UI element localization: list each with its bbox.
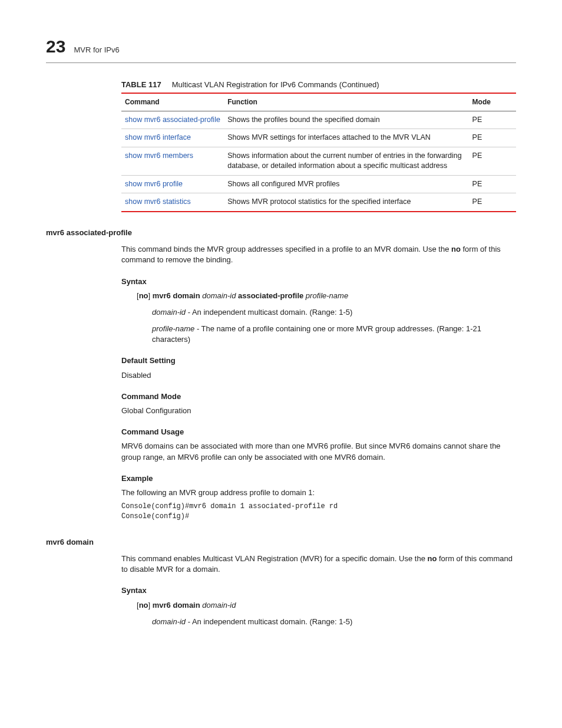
table-row: show mvr6 members Shows information abou… (121, 147, 516, 175)
table-row: show mvr6 associated-profile Shows the p… (121, 111, 516, 129)
command-mode-text: Global Configuration (121, 406, 516, 416)
table-row: show mvr6 profile Shows all configured M… (121, 175, 516, 193)
table-header-row: Command Function Mode (121, 93, 516, 111)
function-cell: Shows all configured MVR profiles (224, 175, 468, 193)
command-link[interactable]: show mvr6 members (125, 151, 193, 160)
th-mode: Mode (469, 93, 516, 111)
param-description: profile-name - The name of a profile con… (152, 324, 516, 345)
param-text: - An independent multicast domain. (Rang… (186, 617, 352, 626)
mode-cell: PE (469, 111, 516, 129)
example-code: Console(config)#mvr6 domain 1 associated… (121, 502, 516, 522)
command-link[interactable]: show mvr6 profile (125, 180, 183, 188)
table-block: TABLE 117 Multicast VLAN Registration fo… (121, 80, 516, 212)
mode-cell: PE (469, 147, 516, 175)
section-description: This command binds the MVR group address… (121, 244, 516, 265)
text-bold: no (451, 245, 461, 253)
param-name: profile-name (152, 324, 194, 333)
mode-cell: PE (469, 193, 516, 212)
th-command: Command (121, 93, 224, 111)
param-description: domain-id - An independent multicast dom… (152, 617, 516, 627)
text-bold: no (139, 291, 148, 300)
chapter-number: 23 (46, 34, 65, 59)
param-description: domain-id - An independent multicast dom… (152, 307, 516, 318)
text-bold: mvr6 domain (153, 601, 203, 610)
param-text: - The name of a profile containing one o… (152, 324, 481, 344)
th-function: Function (224, 93, 468, 111)
syntax-heading: Syntax (121, 585, 516, 596)
command-usage-text: MRV6 domains can be associated with more… (121, 441, 516, 462)
text-bold: mvr6 domain (153, 291, 203, 300)
function-cell: Shows the profiles bound the specified d… (224, 111, 468, 129)
table-row: show mvr6 interface Shows MVR settings f… (121, 129, 516, 147)
text-bold: associated-profile (236, 291, 305, 300)
example-intro: The following an MVR group address profi… (121, 487, 516, 498)
text: This command binds the MVR group address… (121, 245, 451, 253)
command-link[interactable]: show mvr6 interface (125, 133, 191, 141)
table-row: show mvr6 statistics Shows MVR protocol … (121, 193, 516, 212)
function-cell: Shows information about the current numb… (224, 147, 468, 175)
command-mode-heading: Command Mode (121, 391, 516, 402)
text-italic: domain-id (202, 291, 236, 300)
default-setting-text: Disabled (121, 370, 516, 381)
text: This command enables Multicast VLAN Regi… (121, 554, 427, 563)
command-link[interactable]: show mvr6 statistics (125, 197, 191, 206)
text: ] (148, 601, 153, 610)
chapter-title: MVR for IPv6 (74, 45, 119, 55)
syntax-line: [no] mvr6 domain domain-id (137, 600, 516, 611)
command-usage-heading: Command Usage (121, 427, 516, 437)
section-description: This command enables Multicast VLAN Regi… (121, 554, 516, 575)
table-label: TABLE 117 (121, 80, 161, 89)
param-name: domain-id (152, 308, 186, 317)
section-heading-mvr6-associated-profile: mvr6 associated-profile (46, 228, 516, 238)
mode-cell: PE (469, 175, 516, 193)
function-cell: Shows MVR protocol statistics for the sp… (224, 193, 468, 212)
text-bold: no (427, 554, 437, 563)
table-caption: TABLE 117 Multicast VLAN Registration fo… (121, 80, 516, 90)
syntax-line: [no] mvr6 domain domain-id associated-pr… (137, 291, 516, 301)
param-name: domain-id (152, 617, 186, 626)
default-setting-heading: Default Setting (121, 355, 516, 366)
page-header: 23 MVR for IPv6 (46, 34, 516, 63)
section-heading-mvr6-domain: mvr6 domain (46, 537, 516, 548)
command-table: Command Function Mode show mvr6 associat… (121, 93, 516, 212)
syntax-heading: Syntax (121, 276, 516, 287)
command-link[interactable]: show mvr6 associated-profile (125, 116, 220, 124)
param-text: - An independent multicast domain. (Rang… (186, 308, 352, 317)
text-bold: no (139, 601, 148, 610)
text: ] (148, 291, 153, 300)
example-heading: Example (121, 473, 516, 484)
text-italic: domain-id (202, 601, 236, 610)
mode-cell: PE (469, 129, 516, 147)
function-cell: Shows MVR settings for interfaces attach… (224, 129, 468, 147)
text-italic: profile-name (306, 291, 348, 300)
table-caption-text: Multicast VLAN Registration for IPv6 Com… (172, 80, 379, 89)
